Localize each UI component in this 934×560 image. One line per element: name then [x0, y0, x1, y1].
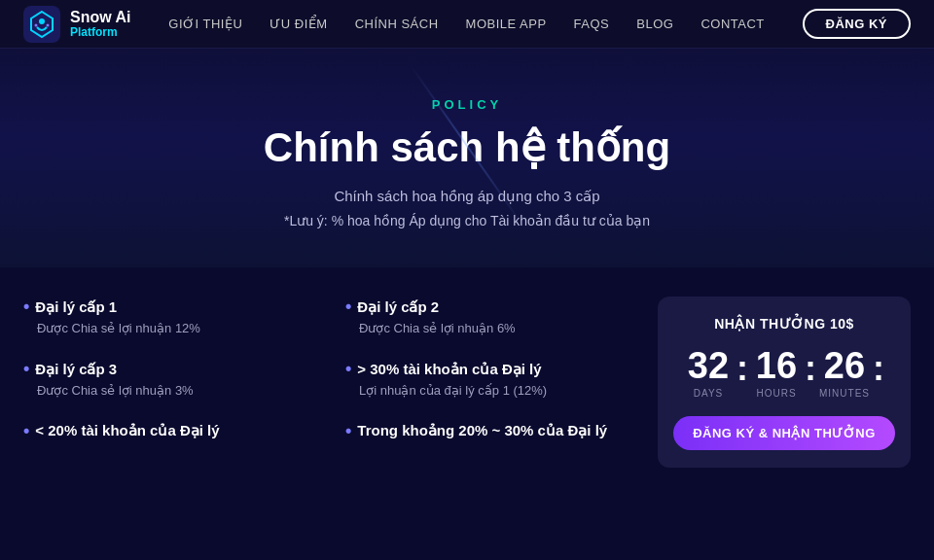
colon-separator-2: : [805, 351, 816, 396]
hero-section: POLICY Chính sách hệ thống Chính sách ho… [0, 49, 934, 267]
logo-text: Snow Ai Platform [70, 9, 131, 39]
countdown-widget: NHẬN THƯỞNG 10$ 32 DAYS : 16 HOURS : 26 … [658, 297, 911, 468]
svg-point-2 [39, 18, 45, 24]
nav-item-faqs[interactable]: FAQS [574, 17, 610, 31]
list-item: Đại lý cấp 3 Được Chia sẻ lợi nhuận 3% [23, 359, 316, 400]
header: Snow Ai Platform GIỚI THIỆU ƯU ĐIỂM CHÍN… [0, 0, 934, 49]
hours-label: HOURS [756, 388, 796, 399]
policy-item-title: Trong khoảng 20% ~ 30% của Đại lý [345, 421, 638, 441]
days-label: DAYS [694, 388, 724, 399]
list-item: Trong khoảng 20% ~ 30% của Đại lý [345, 421, 638, 447]
hero-subtitle: Chính sách hoa hồng áp dụng cho 3 cấp [19, 188, 915, 205]
logo: Snow Ai Platform [23, 6, 131, 43]
countdown-hours: 16 HOURS [750, 347, 803, 399]
countdown-title: NHẬN THƯỞNG 10$ [673, 316, 895, 332]
list-item: < 20% tài khoản của Đại lý [23, 421, 316, 447]
countdown-numbers: 32 DAYS : 16 HOURS : 26 MINUTES : [673, 347, 895, 399]
svg-point-4 [47, 23, 50, 26]
logo-subtitle: Platform [70, 26, 131, 39]
register-button[interactable]: ĐĂNG KÝ [803, 9, 911, 39]
colon-separator-1: : [736, 351, 748, 396]
policy-item-desc: Được Chia sẻ lợi nhuận 12% [23, 321, 316, 335]
days-value: 32 [682, 347, 735, 384]
list-item: Đại lý cấp 2 Được Chia sẻ lợi nhuận 6% [345, 297, 638, 337]
nav-item-mobile[interactable]: MOBILE APP [466, 17, 547, 31]
policy-item-title: Đại lý cấp 1 [23, 297, 316, 317]
policy-label: POLICY [19, 97, 915, 112]
policy-list: Đại lý cấp 1 Được Chia sẻ lợi nhuận 12% … [23, 297, 638, 468]
reward-button[interactable]: ĐĂNG KÝ & NHẬN THƯỞNG [673, 416, 895, 450]
policy-item-title: Đại lý cấp 3 [23, 359, 316, 379]
nav-item-blog[interactable]: BLOG [636, 17, 673, 31]
list-item: > 30% tài khoản của Đại lý Lợi nhuận của… [345, 359, 638, 400]
nav-item-policy[interactable]: CHÍNH SÁCH [355, 17, 439, 31]
policy-item-desc: Được Chia sẻ lợi nhuận 6% [345, 321, 638, 335]
colon-separator-3: : [873, 351, 884, 396]
policy-item-desc: Lợi nhuận của đại lý cấp 1 (12%) [345, 383, 638, 398]
policy-item-title: < 20% tài khoản của Đại lý [23, 421, 316, 441]
hours-value: 16 [750, 347, 803, 384]
hero-note: *Lưu ý: % hoa hồng Áp dụng cho Tài khoản… [19, 213, 915, 228]
hero-title: Chính sách hệ thống [19, 123, 915, 172]
countdown-days: 32 DAYS [682, 347, 735, 399]
svg-point-3 [35, 23, 38, 26]
logo-title: Snow Ai [70, 9, 131, 26]
minutes-label: MINUTES [819, 388, 870, 399]
logo-icon [23, 6, 60, 43]
main-nav: GIỚI THIỆU ƯU ĐIỂM CHÍNH SÁCH MOBILE APP… [168, 17, 765, 31]
policy-item-desc: Được Chia sẻ lợi nhuận 3% [23, 383, 316, 398]
nav-item-contact[interactable]: CONTACT [700, 17, 764, 31]
minutes-value: 26 [818, 347, 871, 384]
policy-item-title: > 30% tài khoản của Đại lý [345, 359, 638, 379]
countdown-minutes: 26 MINUTES [818, 347, 871, 399]
policy-item-title: Đại lý cấp 2 [345, 297, 638, 317]
nav-item-features[interactable]: ƯU ĐIỂM [269, 17, 327, 31]
list-item: Đại lý cấp 1 Được Chia sẻ lợi nhuận 12% [23, 297, 316, 337]
nav-item-intro[interactable]: GIỚI THIỆU [168, 17, 242, 31]
content-section: Đại lý cấp 1 Được Chia sẻ lợi nhuận 12% … [0, 267, 934, 487]
